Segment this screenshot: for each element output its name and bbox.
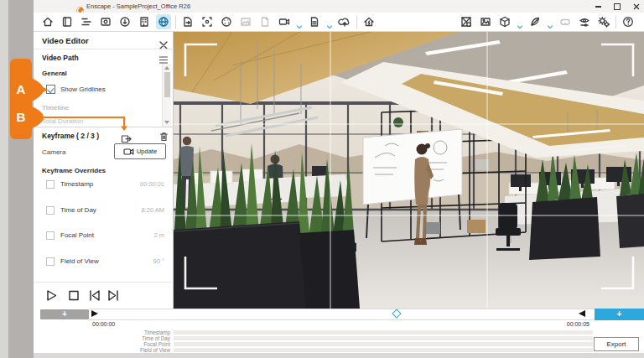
document-icon[interactable] (257, 14, 273, 29)
video-editor-panel: Video Editor Video Path General Show Gri… (34, 32, 174, 309)
timeline-track[interactable] (89, 309, 595, 320)
timeline-row-label-timestamp: Timestamp (50, 330, 170, 335)
field-of-view-checkbox[interactable] (46, 257, 55, 266)
timestamp-label: Timestamp (60, 180, 93, 188)
general-section-label: General (42, 70, 67, 77)
scrollbar-thumb[interactable] (164, 72, 170, 97)
timeline-end-marker[interactable] (579, 310, 585, 317)
render-document-dropdown-chevron[interactable] (326, 18, 333, 25)
visual-settings-icon[interactable] (577, 14, 592, 29)
levels-icon[interactable] (79, 14, 94, 29)
desktop-edge-strip (8, 0, 34, 358)
toolbar-separator (356, 15, 357, 29)
panel-scrollbar[interactable] (162, 64, 171, 127)
render-document-icon[interactable] (307, 14, 322, 29)
toolbar-separator (615, 15, 616, 29)
scroll-down-icon[interactable] (164, 121, 169, 124)
minimize-button[interactable] (592, 3, 604, 10)
stop-button[interactable] (66, 288, 80, 303)
timeline-row-label-focal-point: Focal Point (50, 342, 170, 347)
skip-to-start-button[interactable] (87, 288, 101, 303)
add-keyframe-start-button[interactable]: + (40, 309, 89, 319)
asset-library-icon[interactable] (478, 14, 493, 29)
timeline-end-time: 00:00:05 (506, 321, 589, 327)
timeline-start-time: 00:00:00 (92, 321, 115, 327)
timeline-row-field-of-view[interactable] (174, 348, 593, 353)
show-gridlines-label: Show Gridlines (60, 86, 106, 93)
toolbar-separator (175, 15, 176, 29)
camera-label: Camera (42, 148, 65, 156)
image-icon[interactable] (238, 14, 253, 29)
export-button[interactable]: Export (594, 337, 639, 351)
panel-title: Video Editor (42, 36, 89, 45)
field-of-view-value: 90 ° (153, 257, 164, 265)
timeline-row-time-of-day[interactable] (174, 336, 593, 341)
time-of-day-checkbox[interactable] (46, 206, 55, 215)
timeline-section-label: Timeline (42, 104, 69, 112)
time-of-day-label: Time of Day (60, 206, 96, 214)
field-of-view-label: Field of View (60, 257, 99, 265)
skip-to-end-button[interactable] (106, 288, 121, 303)
enable-rendering-icon[interactable] (361, 14, 377, 29)
material-editor-icon[interactable] (459, 14, 474, 29)
start-video-path-icon[interactable] (180, 14, 195, 29)
timestamp-checkbox[interactable] (46, 180, 55, 189)
screenshot-frame-icon[interactable] (200, 14, 215, 29)
scroll-up-icon[interactable] (164, 66, 169, 70)
keyframe-overrides-header: Keyframe Overrides (42, 167, 106, 174)
capture-icon[interactable] (117, 14, 132, 29)
maximize-button[interactable] (611, 3, 623, 10)
update-button-label: Update (137, 148, 157, 155)
journal-icon[interactable] (60, 14, 75, 29)
focal-point-label: Focal Point (60, 231, 94, 239)
render-video-dropdown-chevron[interactable] (296, 18, 303, 25)
timeline-row-focal-point[interactable] (174, 342, 593, 347)
keyframe-header: Keyframe ( 2 / 3 ) (42, 132, 99, 140)
building-upgrade-icon[interactable] (137, 14, 152, 29)
view-management-icon[interactable] (98, 14, 113, 29)
general-settings-icon[interactable] (596, 14, 611, 29)
focal-point-checkbox[interactable] (46, 231, 55, 240)
help-icon[interactable] (621, 14, 636, 29)
time-of-day-value: 8:20 AM (141, 206, 164, 214)
play-button[interactable] (44, 288, 59, 303)
home-icon[interactable] (40, 14, 55, 29)
focal-point-value: 2 m (153, 231, 164, 239)
timeline-area: + + 00:00:00 00:00:05 Timestamp Time of … (34, 309, 644, 358)
vegetation-leaf-icon[interactable] (527, 14, 543, 29)
timeline-row-timestamp[interactable] (174, 330, 593, 335)
render-style-icon[interactable] (219, 14, 234, 29)
objects-dropdown-chevron[interactable] (517, 18, 523, 25)
timestamp-value: 00:00:01 (140, 180, 164, 188)
camera-icon (123, 148, 134, 156)
screen: Enscape - SampleProject_Office R26 (0, 0, 644, 358)
update-camera-button[interactable]: Update (114, 143, 166, 159)
timeline-start-marker[interactable] (91, 310, 98, 317)
timeline-row-label-field-of-view: Field of View (50, 348, 170, 353)
vr-headset-icon[interactable] (558, 14, 573, 29)
delete-keyframe-trash-icon[interactable] (158, 131, 169, 142)
close-window-button[interactable] (631, 3, 642, 10)
timeline-row-label-time-of-day: Time of Day (50, 336, 170, 341)
keyframe-insert-icon[interactable] (121, 132, 132, 143)
show-gridlines-checkbox[interactable] (46, 85, 55, 94)
panel-close-icon[interactable] (159, 38, 168, 53)
render-video-icon[interactable] (277, 14, 292, 29)
window-title: Enscape - SampleProject_Office R26 (86, 3, 190, 10)
total-duration-label: Total Duration (42, 117, 83, 125)
video-editor-globe-icon[interactable] (156, 14, 171, 29)
vegetation-dropdown-chevron[interactable] (547, 18, 553, 25)
window-bottom-edge (34, 353, 644, 358)
video-path-label: Video Path (42, 54, 79, 62)
viewport-scene[interactable] (174, 32, 644, 309)
objects-cube-icon[interactable] (497, 14, 512, 29)
add-keyframe-end-button[interactable]: + (595, 309, 644, 320)
